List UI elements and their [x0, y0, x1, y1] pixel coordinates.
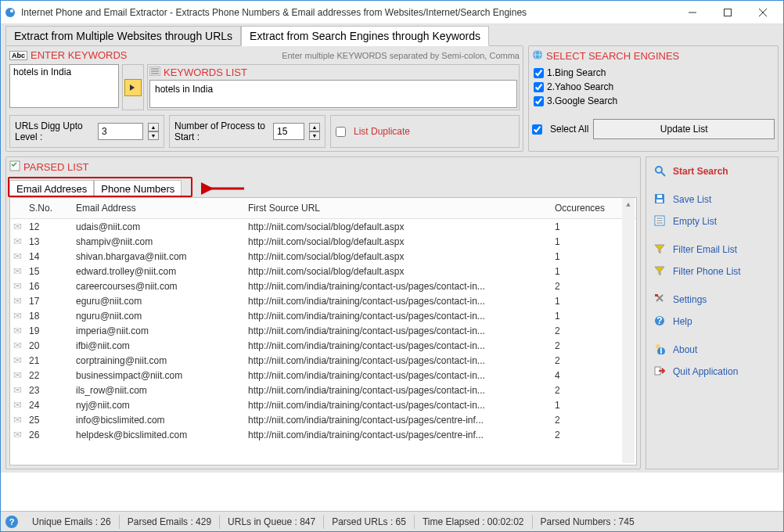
process-count-input[interactable]	[273, 123, 304, 140]
help-label: Help	[673, 316, 692, 327]
window-title: Internet Phone and Email Extractor - Ext…	[21, 7, 674, 18]
parsed-list-panel: PARSED LIST Email Addreses Phone Numbers…	[5, 156, 641, 469]
se-item-bing[interactable]: 1.Bing Search	[534, 66, 775, 80]
tab-keywords[interactable]: Extract from Search Engines through Keyw…	[241, 26, 489, 46]
se-google-checkbox[interactable]	[534, 96, 544, 106]
mail-icon: ✉	[13, 325, 29, 336]
cell-sn: 19	[29, 325, 76, 336]
help-icon: ?	[654, 315, 668, 328]
cell-url: http://niit.com/social/blog/default.aspx	[248, 221, 555, 232]
cell-email: udais@niit.com	[76, 221, 248, 232]
status-parsed-numbers: Parsed Numbers : 745	[533, 515, 642, 529]
table-row[interactable]: ✉25info@bicslimited.comhttp://niit.com/i…	[10, 412, 636, 427]
about-icon: i	[654, 343, 668, 356]
filter-phone-label: Filter Phone List	[673, 266, 741, 277]
keywords-input[interactable]	[9, 64, 119, 108]
tab-urls[interactable]: Extract from Multiple Websites through U…	[5, 26, 241, 46]
table-row[interactable]: ✉15edward.trolley@niit.comhttp://niit.co…	[10, 264, 636, 279]
cell-url: http://niit.com/india/training/contact-u…	[248, 370, 555, 381]
table-row[interactable]: ✉23ils_row@niit.comhttp://niit.com/india…	[10, 383, 636, 397]
scrollbar[interactable]: ▲	[622, 198, 635, 463]
table-row[interactable]: ✉12udais@niit.comhttp://niit.com/social/…	[10, 219, 636, 234]
main-tabs: Extract from Multiple Websites through U…	[5, 26, 779, 46]
col-occurences[interactable]: Occurences	[555, 203, 633, 214]
parsed-table: S.No. Email Address First Source URL Occ…	[9, 197, 637, 466]
cell-url: http://niit.com/india/training/contact-u…	[248, 281, 555, 292]
svg-point-0	[5, 8, 15, 17]
add-keyword-button[interactable]	[124, 79, 142, 96]
digg-level-input[interactable]	[98, 123, 143, 140]
tab-email-addresses[interactable]: Email Addreses	[9, 180, 94, 198]
se-item-yahoo[interactable]: 2.Yahoo Search	[534, 80, 775, 94]
mail-icon: ✉	[13, 295, 29, 307]
table-row[interactable]: ✉17eguru@niit.comhttp://niit.com/india/t…	[10, 293, 636, 308]
settings-button[interactable]: Settings	[653, 289, 771, 311]
filter-phone-button[interactable]: Filter Phone List	[653, 261, 771, 282]
table-body[interactable]: ✉12udais@niit.comhttp://niit.com/social/…	[10, 219, 636, 465]
se-yahoo-checkbox[interactable]	[534, 82, 544, 92]
cell-url: http://niit.com/india/training/contact-u…	[248, 385, 555, 396]
table-row[interactable]: ✉26helpdesk@bicslimited.comhttp://niit.c…	[10, 427, 636, 442]
update-list-button[interactable]: Update List	[593, 119, 775, 139]
help-circle-icon[interactable]: ?	[5, 516, 18, 528]
empty-icon	[654, 215, 668, 228]
col-url[interactable]: First Source URL	[248, 203, 555, 214]
mail-icon: ✉	[13, 221, 29, 232]
status-parsed-emails: Parsed Emails : 429	[120, 515, 220, 529]
help-button[interactable]: ? Help	[653, 311, 771, 332]
enter-keywords-panel: Abc ENTER KEYWORDS Enter multiple KEYWOR…	[5, 45, 523, 152]
cell-sn: 14	[29, 251, 76, 262]
filter-phone-icon	[654, 265, 668, 278]
start-search-button[interactable]: Start Search	[653, 160, 771, 182]
table-row[interactable]: ✉20ifbi@niit.comhttp://niit.com/india/tr…	[10, 338, 636, 353]
filter-email-icon	[654, 243, 668, 256]
status-time-elapsed: Time Elapsed : 00:02:02	[415, 515, 533, 529]
table-row[interactable]: ✉22businessimpact@niit.comhttp://niit.co…	[10, 368, 636, 383]
about-label: About	[673, 344, 697, 355]
table-row[interactable]: ✉18nguru@niit.comhttp://niit.com/india/t…	[10, 308, 636, 323]
keywords-list[interactable]: hotels in India	[149, 80, 517, 108]
se-bing-checkbox[interactable]	[534, 68, 544, 78]
maximize-button[interactable]	[710, 1, 745, 24]
about-button[interactable]: i About	[653, 339, 771, 361]
save-icon	[654, 193, 668, 206]
enter-keywords-title: ENTER KEYWORDS	[31, 49, 128, 61]
cell-occ: 2	[555, 281, 633, 292]
checklist-icon	[9, 160, 20, 174]
cell-email: info@bicslimited.com	[76, 415, 248, 426]
se-yahoo-label: 2.Yahoo Search	[547, 81, 613, 92]
table-row[interactable]: ✉13shampiv@niit.comhttp://niit.com/socia…	[10, 234, 636, 249]
table-row[interactable]: ✉24nyj@niit.comhttp://niit.com/india/tra…	[10, 397, 636, 412]
cell-occ: 1	[555, 266, 633, 277]
table-row[interactable]: ✉21corptraining@niit.comhttp://niit.com/…	[10, 353, 636, 368]
cell-email: helpdesk@bicslimited.com	[76, 430, 248, 440]
list-duplicate-checkbox[interactable]	[336, 127, 346, 137]
cell-sn: 18	[29, 311, 76, 322]
mail-icon: ✉	[13, 369, 29, 381]
tab-phone-numbers[interactable]: Phone Numbers	[94, 180, 182, 198]
close-button[interactable]	[745, 1, 780, 24]
svg-rect-3	[724, 9, 731, 16]
col-sn[interactable]: S.No.	[13, 203, 76, 214]
save-list-button[interactable]: Save List	[653, 189, 771, 210]
table-row[interactable]: ✉16careercourses@niit.comhttp://niit.com…	[10, 279, 636, 293]
scroll-up-icon[interactable]: ▲	[622, 198, 635, 210]
filter-email-button[interactable]: Filter Email List	[653, 239, 771, 261]
actions-sidebar: Start Search Save List Empty List Filter…	[646, 156, 779, 469]
process-spinner[interactable]: ▲▼	[309, 123, 320, 140]
cell-url: http://niit.com/india/training/contact-u…	[248, 415, 555, 426]
svg-text:i: i	[660, 345, 662, 354]
svg-text:?: ?	[656, 315, 662, 326]
empty-list-button[interactable]: Empty List	[653, 210, 771, 232]
table-row[interactable]: ✉19imperia@niit.comhttp://niit.com/india…	[10, 323, 636, 338]
se-item-google[interactable]: 3.Google Search	[534, 94, 775, 108]
quit-button[interactable]: Quit Application	[653, 361, 771, 383]
cell-email: ils_row@niit.com	[76, 385, 248, 396]
table-row[interactable]: ✉14shivan.bhargava@niit.comhttp://niit.c…	[10, 249, 636, 264]
col-email[interactable]: Email Address	[76, 203, 248, 214]
digg-spinner[interactable]: ▲▼	[148, 123, 159, 140]
select-all-checkbox[interactable]	[532, 124, 542, 135]
add-keyword-wrap	[122, 64, 144, 110]
svg-rect-26	[655, 294, 658, 297]
minimize-button[interactable]	[674, 1, 710, 24]
